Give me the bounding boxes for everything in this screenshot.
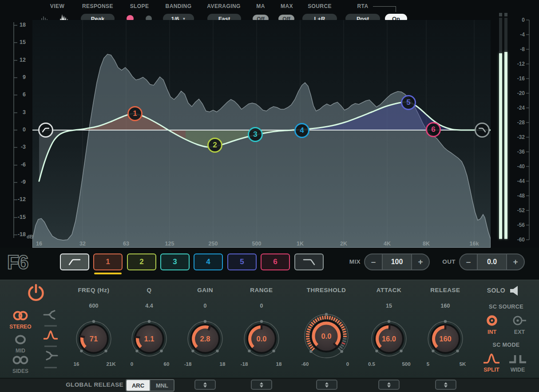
mix-value[interactable]: 100 xyxy=(382,254,412,269)
knob-q[interactable]: Q4.41.1060 xyxy=(122,311,177,366)
value-stepper[interactable] xyxy=(378,380,400,390)
rta-spectrum xyxy=(32,54,491,248)
banding-dropdown[interactable]: 1/6 ▼ xyxy=(163,14,194,24)
db-scale-label: 3 xyxy=(12,109,26,115)
out-minus-button[interactable]: – xyxy=(460,254,477,269)
sides-icon xyxy=(11,354,30,366)
band-marker-lpf[interactable] xyxy=(475,123,490,138)
band-marker-b1[interactable]: 1 xyxy=(127,106,143,121)
mix-minus-button[interactable]: – xyxy=(365,254,382,269)
freq-scale-label: 16 xyxy=(30,241,48,247)
channel-label-mid: MID xyxy=(6,348,35,354)
band-button-4[interactable]: 4 xyxy=(194,253,223,270)
channel-button-sides[interactable]: SIDES xyxy=(6,354,35,374)
value-stepper[interactable] xyxy=(194,380,216,390)
db-scale-label: -9 xyxy=(12,179,26,185)
band-marker-b6[interactable]: 6 xyxy=(426,122,441,137)
channel-label-stereo: STEREO xyxy=(6,324,35,330)
shelf-up-filter-icon[interactable] xyxy=(43,309,59,321)
band-marker-b5[interactable]: 5 xyxy=(401,95,416,110)
rta-on-toggle[interactable]: On xyxy=(385,14,407,24)
averaging-button[interactable]: Fast xyxy=(207,14,241,24)
out-value[interactable]: 0.0 xyxy=(477,254,507,269)
sc-mode-label: SC MODE xyxy=(484,342,528,348)
band-button-1[interactable]: 1 xyxy=(93,253,123,270)
stepper-down-icon xyxy=(203,385,207,388)
slope-label: SLOPE xyxy=(127,3,152,9)
band-marker-b2[interactable]: 2 xyxy=(207,138,222,153)
f6-plugin-window: VIEW RESPONSE Peak SLOPE BANDING 1/6 ▼ A… xyxy=(0,0,539,392)
band-button-lpf[interactable] xyxy=(294,253,324,270)
band-button-6[interactable]: 6 xyxy=(261,253,290,270)
arc-segment[interactable]: ARC xyxy=(127,380,150,391)
lpf-icon xyxy=(302,257,316,266)
band-marker-hpf[interactable] xyxy=(38,123,53,138)
band-button-hpf[interactable] xyxy=(60,253,89,270)
analyzer-fill-icon[interactable] xyxy=(58,12,72,22)
ext-label: EXT xyxy=(509,329,530,335)
meter-clip-indicator xyxy=(499,13,502,16)
knob-range[interactable]: RANGE00.0-1818 xyxy=(234,311,289,366)
ext-icon xyxy=(511,314,527,327)
knob-threshold[interactable]: THRESHOLD0.0-600 xyxy=(299,309,354,364)
channel-button-stereo[interactable]: STEREO xyxy=(6,310,35,330)
sc-source-int-button[interactable]: INT xyxy=(482,314,502,335)
band-button-3[interactable]: 3 xyxy=(160,253,190,270)
eq-curve xyxy=(39,102,491,181)
knob-attack[interactable]: ATTACK1516.00.5500 xyxy=(361,311,416,366)
knob-top-value-attack: 15 xyxy=(361,303,416,309)
eq-graph[interactable] xyxy=(0,0,539,251)
knob-min-threshold: -60 xyxy=(296,361,314,367)
bell-filter-icon[interactable] xyxy=(43,329,59,341)
ma-label: MA xyxy=(254,3,267,9)
db-scale-label: 12 xyxy=(12,57,26,63)
band-marker-b4[interactable]: 4 xyxy=(294,123,309,138)
rta-label: RTA xyxy=(355,3,370,9)
knob-min-freq: 16 xyxy=(67,361,85,367)
response-button[interactable]: Peak xyxy=(81,14,115,24)
band-power-button[interactable] xyxy=(27,283,45,303)
knob-label-attack: ATTACK xyxy=(361,287,416,293)
mix-plus-button[interactable]: + xyxy=(412,254,429,269)
band-marker-b3[interactable]: 3 xyxy=(248,127,263,142)
band-button-5[interactable]: 5 xyxy=(227,253,257,270)
sc-mode-split-button[interactable]: SPLIT xyxy=(480,353,503,373)
knob-max-range: 18 xyxy=(270,361,288,367)
view-label: VIEW xyxy=(42,3,72,9)
knob-top-value-range: 0 xyxy=(234,303,289,309)
out-stepper: – 0.0 + xyxy=(459,253,525,270)
stepper-down-icon xyxy=(325,385,329,388)
sc-mode-wide-button[interactable]: WIDE xyxy=(505,353,530,373)
knob-gain[interactable]: GAIN02.8-1818 xyxy=(178,311,233,366)
db-scale-label: -3 xyxy=(12,144,26,150)
knob-value-q: 1.1 xyxy=(122,335,177,343)
slope-dot-inactive[interactable] xyxy=(146,16,152,22)
knob-freq[interactable]: FREQ (Hz)600711621K xyxy=(66,311,121,366)
band-button-2[interactable]: 2 xyxy=(127,253,156,270)
mnl-segment[interactable]: MNL xyxy=(150,380,174,391)
db-scale-label: 15 xyxy=(12,39,26,45)
shelf-down-filter-icon[interactable] xyxy=(43,350,59,361)
value-stepper[interactable] xyxy=(316,380,337,390)
sc-source-ext-button[interactable]: EXT xyxy=(509,314,530,335)
meter-scale-label: -24 xyxy=(509,105,525,111)
freq-scale-label: 8K xyxy=(417,241,435,247)
max-toggle[interactable]: Off xyxy=(278,15,294,23)
analyzer-lines-icon[interactable] xyxy=(39,14,52,22)
value-stepper[interactable] xyxy=(251,380,272,390)
source-button[interactable]: L+R xyxy=(302,14,337,24)
stereo-icon xyxy=(11,310,30,321)
db-scale-label: -6 xyxy=(12,162,26,168)
stepper-up-icon xyxy=(387,382,391,384)
ma-toggle[interactable]: Off xyxy=(253,15,269,23)
speaker-icon[interactable] xyxy=(509,285,521,297)
slope-dot-active[interactable] xyxy=(127,15,134,22)
knob-release[interactable]: RELEASE16016055K xyxy=(418,311,473,366)
response-label: RESPONSE xyxy=(78,3,118,9)
value-stepper[interactable] xyxy=(435,380,456,390)
meter-fill xyxy=(499,53,502,239)
channel-button-mid[interactable]: MID xyxy=(6,334,35,354)
out-plus-button[interactable]: + xyxy=(507,254,524,269)
knob-max-release: 5K xyxy=(454,361,472,367)
rta-post-button[interactable]: Post xyxy=(345,14,380,24)
